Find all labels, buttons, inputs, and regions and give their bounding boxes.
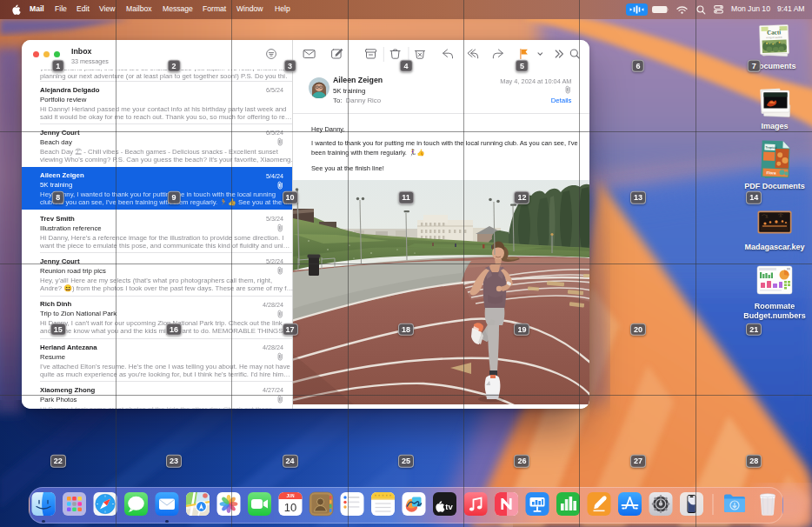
svg-text:tv: tv xyxy=(445,502,453,511)
svg-text:A FIELD GUIDE: A FIELD GUIDE xyxy=(766,36,782,40)
svg-text:Tropical: Tropical xyxy=(765,146,777,150)
svg-text:Flora: Flora xyxy=(766,170,776,175)
svg-text:JUN: JUN xyxy=(286,494,294,498)
svg-text:Cacti: Cacti xyxy=(767,29,781,37)
svg-text:10: 10 xyxy=(284,501,296,514)
